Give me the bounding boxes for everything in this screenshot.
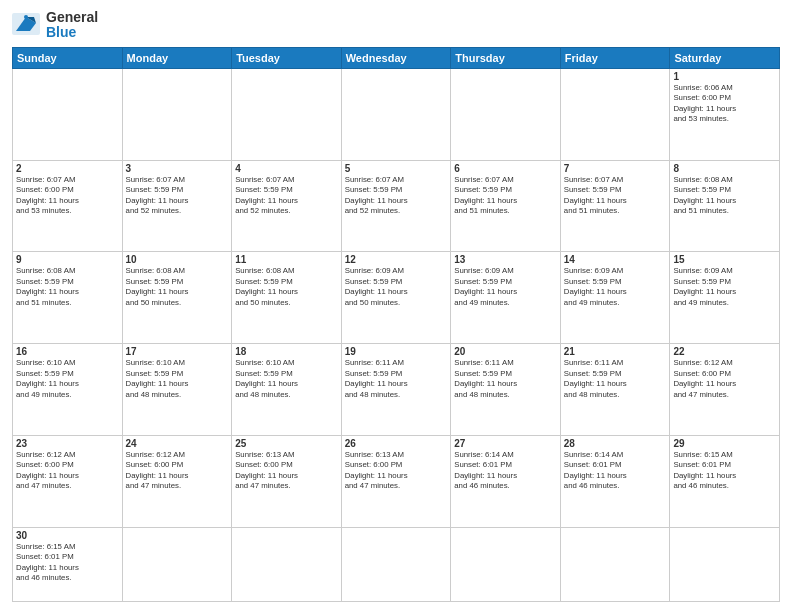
weekday-header-monday: Monday (122, 47, 232, 68)
day-number: 3 (126, 163, 229, 174)
logo-text: General Blue (46, 10, 98, 41)
day-info: Sunrise: 6:07 AM Sunset: 5:59 PM Dayligh… (126, 175, 229, 217)
day-number: 10 (126, 254, 229, 265)
day-number: 26 (345, 438, 448, 449)
calendar-cell: 5Sunrise: 6:07 AM Sunset: 5:59 PM Daylig… (341, 160, 451, 252)
calendar-cell: 15Sunrise: 6:09 AM Sunset: 5:59 PM Dayli… (670, 252, 780, 344)
day-info: Sunrise: 6:07 AM Sunset: 5:59 PM Dayligh… (235, 175, 338, 217)
weekday-header-saturday: Saturday (670, 47, 780, 68)
calendar-cell (122, 68, 232, 160)
calendar-cell: 2Sunrise: 6:07 AM Sunset: 6:00 PM Daylig… (13, 160, 123, 252)
day-number: 4 (235, 163, 338, 174)
day-number: 21 (564, 346, 667, 357)
day-number: 28 (564, 438, 667, 449)
week-row-4: 16Sunrise: 6:10 AM Sunset: 5:59 PM Dayli… (13, 344, 780, 436)
weekday-header-thursday: Thursday (451, 47, 561, 68)
day-info: Sunrise: 6:14 AM Sunset: 6:01 PM Dayligh… (564, 450, 667, 492)
calendar-cell: 27Sunrise: 6:14 AM Sunset: 6:01 PM Dayli… (451, 435, 561, 527)
day-info: Sunrise: 6:13 AM Sunset: 6:00 PM Dayligh… (345, 450, 448, 492)
day-number: 15 (673, 254, 776, 265)
calendar-cell: 4Sunrise: 6:07 AM Sunset: 5:59 PM Daylig… (232, 160, 342, 252)
calendar-cell (560, 68, 670, 160)
calendar-cell: 26Sunrise: 6:13 AM Sunset: 6:00 PM Dayli… (341, 435, 451, 527)
calendar-cell: 14Sunrise: 6:09 AM Sunset: 5:59 PM Dayli… (560, 252, 670, 344)
day-info: Sunrise: 6:12 AM Sunset: 6:00 PM Dayligh… (126, 450, 229, 492)
day-number: 17 (126, 346, 229, 357)
calendar-body: 1Sunrise: 6:06 AM Sunset: 6:00 PM Daylig… (13, 68, 780, 601)
calendar-cell: 13Sunrise: 6:09 AM Sunset: 5:59 PM Dayli… (451, 252, 561, 344)
day-number: 8 (673, 163, 776, 174)
week-row-6: 30Sunrise: 6:15 AM Sunset: 6:01 PM Dayli… (13, 527, 780, 601)
calendar-cell: 23Sunrise: 6:12 AM Sunset: 6:00 PM Dayli… (13, 435, 123, 527)
week-row-2: 2Sunrise: 6:07 AM Sunset: 6:00 PM Daylig… (13, 160, 780, 252)
day-info: Sunrise: 6:08 AM Sunset: 5:59 PM Dayligh… (673, 175, 776, 217)
header: General Blue (12, 10, 780, 41)
calendar-cell (13, 68, 123, 160)
day-info: Sunrise: 6:07 AM Sunset: 5:59 PM Dayligh… (564, 175, 667, 217)
day-number: 18 (235, 346, 338, 357)
day-number: 2 (16, 163, 119, 174)
day-info: Sunrise: 6:11 AM Sunset: 5:59 PM Dayligh… (345, 358, 448, 400)
calendar-cell: 29Sunrise: 6:15 AM Sunset: 6:01 PM Dayli… (670, 435, 780, 527)
calendar-cell: 18Sunrise: 6:10 AM Sunset: 5:59 PM Dayli… (232, 344, 342, 436)
calendar-cell: 10Sunrise: 6:08 AM Sunset: 5:59 PM Dayli… (122, 252, 232, 344)
page: General Blue SundayMondayTuesdayWednesda… (0, 0, 792, 612)
day-number: 23 (16, 438, 119, 449)
day-number: 19 (345, 346, 448, 357)
logo: General Blue (12, 10, 98, 41)
week-row-3: 9Sunrise: 6:08 AM Sunset: 5:59 PM Daylig… (13, 252, 780, 344)
day-number: 13 (454, 254, 557, 265)
day-info: Sunrise: 6:11 AM Sunset: 5:59 PM Dayligh… (564, 358, 667, 400)
calendar-cell (232, 68, 342, 160)
day-info: Sunrise: 6:09 AM Sunset: 5:59 PM Dayligh… (454, 266, 557, 308)
logo-general: General (46, 10, 98, 25)
day-info: Sunrise: 6:11 AM Sunset: 5:59 PM Dayligh… (454, 358, 557, 400)
calendar-cell: 28Sunrise: 6:14 AM Sunset: 6:01 PM Dayli… (560, 435, 670, 527)
calendar-cell: 19Sunrise: 6:11 AM Sunset: 5:59 PM Dayli… (341, 344, 451, 436)
day-info: Sunrise: 6:07 AM Sunset: 5:59 PM Dayligh… (345, 175, 448, 217)
calendar-cell: 30Sunrise: 6:15 AM Sunset: 6:01 PM Dayli… (13, 527, 123, 601)
day-number: 29 (673, 438, 776, 449)
calendar-cell (451, 68, 561, 160)
day-info: Sunrise: 6:09 AM Sunset: 5:59 PM Dayligh… (564, 266, 667, 308)
day-number: 22 (673, 346, 776, 357)
day-info: Sunrise: 6:12 AM Sunset: 6:00 PM Dayligh… (673, 358, 776, 400)
calendar-cell: 22Sunrise: 6:12 AM Sunset: 6:00 PM Dayli… (670, 344, 780, 436)
weekday-header-friday: Friday (560, 47, 670, 68)
day-info: Sunrise: 6:08 AM Sunset: 5:59 PM Dayligh… (235, 266, 338, 308)
calendar-cell: 11Sunrise: 6:08 AM Sunset: 5:59 PM Dayli… (232, 252, 342, 344)
calendar-cell: 9Sunrise: 6:08 AM Sunset: 5:59 PM Daylig… (13, 252, 123, 344)
day-info: Sunrise: 6:13 AM Sunset: 6:00 PM Dayligh… (235, 450, 338, 492)
calendar-table: SundayMondayTuesdayWednesdayThursdayFrid… (12, 47, 780, 602)
calendar-cell: 1Sunrise: 6:06 AM Sunset: 6:00 PM Daylig… (670, 68, 780, 160)
day-number: 6 (454, 163, 557, 174)
calendar-cell: 17Sunrise: 6:10 AM Sunset: 5:59 PM Dayli… (122, 344, 232, 436)
calendar-cell: 24Sunrise: 6:12 AM Sunset: 6:00 PM Dayli… (122, 435, 232, 527)
weekday-header-wednesday: Wednesday (341, 47, 451, 68)
day-info: Sunrise: 6:10 AM Sunset: 5:59 PM Dayligh… (16, 358, 119, 400)
calendar-cell (341, 68, 451, 160)
calendar-cell: 16Sunrise: 6:10 AM Sunset: 5:59 PM Dayli… (13, 344, 123, 436)
day-number: 25 (235, 438, 338, 449)
week-row-5: 23Sunrise: 6:12 AM Sunset: 6:00 PM Dayli… (13, 435, 780, 527)
day-number: 9 (16, 254, 119, 265)
calendar-cell: 6Sunrise: 6:07 AM Sunset: 5:59 PM Daylig… (451, 160, 561, 252)
calendar-cell: 20Sunrise: 6:11 AM Sunset: 5:59 PM Dayli… (451, 344, 561, 436)
day-info: Sunrise: 6:06 AM Sunset: 6:00 PM Dayligh… (673, 83, 776, 125)
logo-icon (12, 13, 42, 37)
day-info: Sunrise: 6:09 AM Sunset: 5:59 PM Dayligh… (345, 266, 448, 308)
calendar-cell (341, 527, 451, 601)
logo-blue: Blue (46, 25, 98, 40)
day-number: 5 (345, 163, 448, 174)
day-number: 14 (564, 254, 667, 265)
weekday-header-sunday: Sunday (13, 47, 123, 68)
calendar-cell: 3Sunrise: 6:07 AM Sunset: 5:59 PM Daylig… (122, 160, 232, 252)
calendar-cell: 25Sunrise: 6:13 AM Sunset: 6:00 PM Dayli… (232, 435, 342, 527)
weekday-header-tuesday: Tuesday (232, 47, 342, 68)
day-number: 24 (126, 438, 229, 449)
day-info: Sunrise: 6:08 AM Sunset: 5:59 PM Dayligh… (16, 266, 119, 308)
calendar-cell: 8Sunrise: 6:08 AM Sunset: 5:59 PM Daylig… (670, 160, 780, 252)
calendar-cell: 21Sunrise: 6:11 AM Sunset: 5:59 PM Dayli… (560, 344, 670, 436)
calendar-header: SundayMondayTuesdayWednesdayThursdayFrid… (13, 47, 780, 68)
day-info: Sunrise: 6:14 AM Sunset: 6:01 PM Dayligh… (454, 450, 557, 492)
